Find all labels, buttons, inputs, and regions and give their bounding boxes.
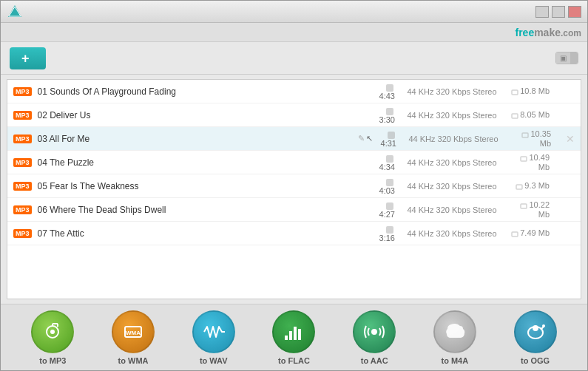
join-files-control: ▣: [551, 52, 578, 64]
brand-domain: .com: [561, 28, 581, 38]
track-badge: MP3: [13, 111, 32, 120]
menu-bar: freemake.com: [1, 23, 587, 42]
track-quality: 44 KHz 320 Kbps Stereo: [404, 205, 500, 214]
wma-label: to WMA: [118, 356, 149, 365]
svg-rect-4: [386, 108, 393, 115]
track-meta: 4:27 44 KHz 320 Kbps Stereo 10.22 Mb: [371, 200, 575, 218]
track-row[interactable]: MP3 06 Where The Dead Ships Dwell 4:27 4…: [7, 198, 581, 222]
menu-file[interactable]: [7, 30, 21, 35]
track-duration: 4:27: [371, 200, 395, 218]
track-size: 10.35 Mb: [510, 129, 551, 147]
brand-name-make: make: [534, 27, 561, 38]
converter-mp3-button[interactable]: to MP3: [31, 310, 74, 365]
svg-rect-12: [386, 202, 393, 210]
mp3-label: to MP3: [39, 356, 66, 365]
track-meta: 3:16 44 KHz 320 Kbps Stereo 7.49 Mb: [371, 224, 575, 242]
track-close-button[interactable]: ✕: [566, 133, 575, 145]
track-row[interactable]: MP3 01 Sounds Of A Playground Fading 4:4…: [7, 80, 581, 103]
converter-flac-button[interactable]: to FLAC: [272, 310, 315, 365]
svg-rect-7: [522, 133, 528, 137]
track-quality: 44 KHz 320 Kbps Stereo: [404, 111, 500, 120]
track-name: 04 The Puzzle: [38, 157, 371, 168]
track-meta: 4:03 44 KHz 320 Kbps Stereo 9.3 Mb: [371, 177, 575, 194]
add-audio-button[interactable]: +: [10, 47, 46, 69]
track-meta: 4:31 44 KHz 320 Kbps Stereo 10.35 Mb ✕: [373, 129, 575, 147]
cursor-icon: ↖: [366, 134, 373, 143]
join-toggle-off[interactable]: [570, 52, 578, 64]
ogg-icon: [514, 310, 557, 353]
track-quality: 44 KHz 320 Kbps Stereo: [404, 229, 500, 238]
menu-convert[interactable]: [36, 30, 51, 35]
converter-wav-button[interactable]: to WAV: [192, 310, 235, 365]
track-row[interactable]: MP3 07 The Attic 3:16 44 KHz 320 Kbps St…: [7, 222, 581, 245]
svg-rect-11: [516, 185, 522, 189]
svg-point-29: [533, 325, 538, 331]
wma-icon: WMA: [112, 310, 155, 353]
track-size: 10.8 Mb: [509, 86, 550, 95]
track-name: 06 Where The Dead Ships Dwell: [38, 205, 371, 215]
svg-rect-23: [285, 336, 288, 340]
track-size: 10.22 Mb: [509, 200, 550, 218]
svg-rect-6: [388, 132, 395, 139]
svg-rect-9: [521, 157, 527, 161]
track-meta: 3:30 44 KHz 320 Kbps Stereo 8.05 Mb: [371, 106, 575, 123]
window-controls: [535, 6, 581, 18]
minimize-button[interactable]: [535, 6, 549, 18]
svg-rect-14: [386, 226, 393, 234]
track-duration: 4:31: [373, 129, 396, 147]
converter-m4a-button[interactable]: to M4A: [433, 310, 476, 365]
wav-icon: [192, 310, 235, 353]
converter-ogg-button[interactable]: to OGG: [514, 310, 557, 365]
track-size: 9.3 Mb: [509, 181, 550, 190]
track-name: 01 Sounds Of A Playground Fading: [38, 86, 371, 97]
join-toggle-on[interactable]: ▣: [556, 52, 570, 64]
track-row[interactable]: MP3 02 Deliver Us 3:30 44 KHz 320 Kbps S…: [7, 103, 581, 127]
converter-aac-button[interactable]: to AAC: [353, 310, 396, 365]
track-quality: 44 KHz 320 Kbps Stereo: [404, 87, 500, 96]
wav-label: to WAV: [200, 356, 228, 365]
m4a-icon: [433, 310, 476, 353]
aac-icon: [353, 310, 396, 353]
track-badge: MP3: [13, 205, 32, 214]
mp3-icon: [31, 310, 74, 353]
track-row[interactable]: MP3 04 The Puzzle 4:34 44 KHz 320 Kbps S…: [7, 151, 581, 174]
toolbar: + ▣: [1, 42, 587, 75]
app-logo: [7, 4, 23, 20]
svg-rect-5: [512, 114, 518, 118]
track-row[interactable]: MP3 03 All For Me ✎↖ 4:31 44 KHz 320 Kbp…: [7, 127, 581, 151]
converter-wma-button[interactable]: WMA to WMA: [112, 310, 155, 365]
track-badge: MP3: [13, 229, 32, 238]
plus-icon: +: [21, 52, 30, 65]
converter-bar: to MP3 WMA to WMA to WAV to FLAC to AAC …: [1, 304, 587, 370]
track-list: MP3 01 Sounds Of A Playground Fading 4:4…: [7, 79, 581, 299]
track-name: 05 Fear Is The Weakness: [38, 181, 371, 191]
menu-edit[interactable]: [21, 30, 36, 35]
track-row[interactable]: MP3 05 Fear Is The Weakness 4:03 44 KHz …: [7, 174, 581, 198]
join-toggle[interactable]: ▣: [555, 52, 578, 64]
svg-rect-25: [294, 327, 297, 340]
maximize-button[interactable]: [552, 6, 565, 18]
svg-rect-13: [521, 204, 527, 208]
track-duration: 4:34: [371, 153, 395, 171]
track-name: 02 Deliver Us: [38, 110, 371, 120]
svg-rect-26: [298, 329, 301, 340]
edit-icon[interactable]: ✎: [358, 134, 365, 143]
svg-rect-3: [512, 90, 518, 95]
brand-name-free: free: [515, 27, 534, 38]
flac-label: to FLAC: [278, 356, 310, 365]
track-size: 10.49 Mb: [509, 153, 550, 171]
svg-text:WMA: WMA: [126, 330, 141, 336]
track-name: 03 All For Me: [38, 134, 355, 144]
title-bar: [1, 1, 587, 23]
ogg-label: to OGG: [521, 356, 550, 365]
track-badge: MP3: [13, 182, 32, 191]
menu-help[interactable]: [51, 30, 66, 35]
track-meta: 4:43 44 KHz 320 Kbps Stereo 10.8 Mb: [371, 82, 575, 100]
track-size: 8.05 Mb: [509, 110, 550, 119]
track-badge: MP3: [13, 158, 32, 167]
m4a-label: to M4A: [442, 356, 469, 365]
close-button[interactable]: [568, 6, 581, 18]
svg-point-31: [542, 324, 545, 327]
track-badge: MP3: [13, 87, 32, 96]
track-duration: 4:43: [371, 82, 395, 100]
